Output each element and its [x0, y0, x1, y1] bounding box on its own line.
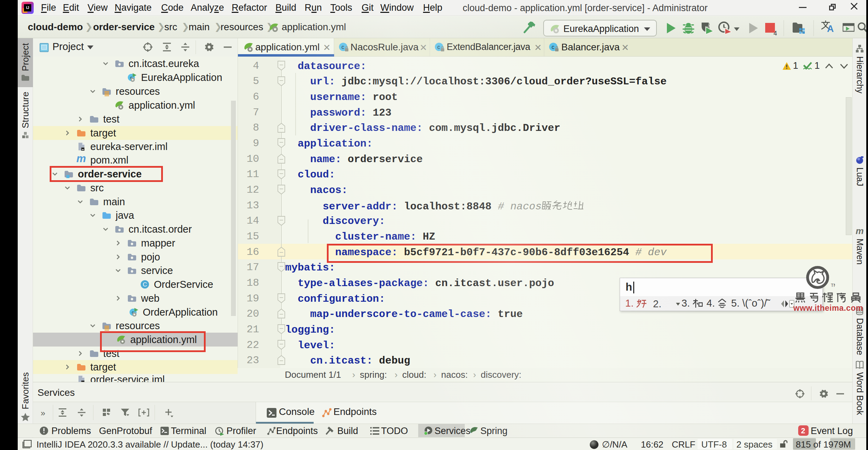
svg-text:c: c [552, 44, 554, 50]
svg-text:c: c [341, 44, 344, 50]
svg-text:TM: TM [831, 283, 835, 288]
svg-text:c: c [437, 44, 440, 50]
